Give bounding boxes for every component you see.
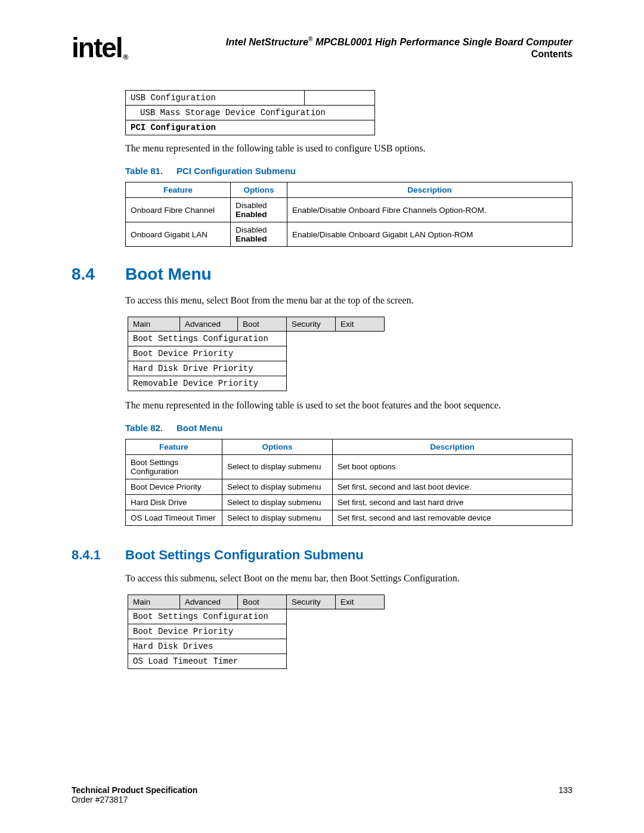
cell-options: Select to display submenu: [222, 454, 333, 479]
table82-caption: Table 82.Boot Menu: [125, 423, 572, 433]
table81: Feature Options Description Onboard Fibr…: [125, 182, 572, 247]
page-content: USB Configuration USB Mass Storage Devic…: [125, 90, 572, 668]
menu-tabs: Main Advanced Boot Security Exit: [128, 594, 385, 609]
tab-main: Main: [128, 594, 180, 609]
menu-item: Boot Device Priority: [128, 346, 287, 361]
menu-item: Hard Disk Drives: [128, 639, 287, 654]
table-row: Feature Options Description: [126, 439, 572, 454]
title-post: MPCBL0001 High Performance Single Board …: [312, 36, 572, 47]
cell-desc: Set first, second and last removable dev…: [333, 510, 572, 525]
opt-disabled: Disabled: [236, 225, 267, 234]
opt-enabled: Enabled: [236, 234, 267, 243]
table-row: OS Load Timeout Timer Select to display …: [126, 510, 572, 525]
cell-options: DisabledEnabled: [231, 222, 287, 247]
logo-registered: ®: [123, 53, 128, 61]
boot-table-paragraph: The menu represented in the following ta…: [125, 400, 572, 412]
table82: Feature Options Description Boot Setting…: [125, 439, 572, 526]
th-description: Description: [333, 439, 572, 454]
cell-desc: Set first, second and last hard drive: [333, 494, 572, 510]
menu-tabs: Main Advanced Boot Security Exit: [128, 317, 385, 331]
page-header: intel® Intel NetStructure® MPCBL0001 Hig…: [72, 36, 572, 60]
cell-options: Select to display submenu: [222, 510, 333, 525]
cell-options: DisabledEnabled: [231, 198, 287, 222]
tab-advanced: Advanced: [180, 594, 238, 609]
menu-item: Boot Settings Configuration: [128, 609, 287, 624]
intel-logo: intel®: [72, 36, 126, 60]
boot-access-paragraph: To access this menu, select Boot from th…: [125, 295, 572, 307]
menu-item: Boot Device Priority: [128, 624, 287, 639]
tab-boot: Boot: [238, 317, 287, 331]
menu-usb-mass-storage: USB Mass Storage Device Configuration: [126, 106, 375, 120]
tab-boot: Boot: [238, 594, 287, 609]
opt-disabled: Disabled: [236, 201, 267, 210]
page-footer: Technical Product Specification Order #2…: [72, 785, 572, 804]
boot-settings-paragraph: To access this submenu, select Boot on t…: [125, 572, 572, 585]
table81-label: Table 81.: [125, 166, 177, 176]
table-row: Onboard Gigabit LAN DisabledEnabled Enab…: [126, 222, 572, 247]
th-options: Options: [222, 439, 333, 454]
menu-item: Hard Disk Drive Priority: [128, 361, 287, 376]
cell-feature: Onboard Gigabit LAN: [126, 222, 231, 247]
tab-main: Main: [128, 317, 180, 331]
heading-8-4: 8.4Boot Menu: [72, 265, 572, 284]
header-text-block: Intel NetStructure® MPCBL0001 High Perfo…: [144, 36, 572, 60]
table-row: Hard Disk Drive Select to display submen…: [126, 494, 572, 510]
cell-feature: Boot Device Priority: [126, 479, 222, 494]
logo-text: intel: [72, 32, 122, 63]
heading-title: Boot Menu: [125, 265, 212, 283]
menu-usb-config: USB Configuration: [126, 91, 305, 106]
doc-title: Intel NetStructure® MPCBL0001 High Perfo…: [144, 36, 572, 48]
tab-advanced: Advanced: [180, 317, 238, 331]
table82-title: Boot Menu: [177, 423, 222, 433]
menu-item: Boot Settings Configuration: [128, 331, 287, 346]
cell-desc: Set first, second and last boot device.: [333, 479, 572, 494]
boot-menu-box-1: Main Advanced Boot Security Exit Boot Se…: [128, 317, 385, 391]
heading-title: Boot Settings Configuration Submenu: [125, 547, 364, 562]
cell-feature: Onboard Fibre Channel: [126, 198, 231, 222]
table-row: Onboard Fibre Channel DisabledEnabled En…: [126, 198, 572, 222]
table-row: Boot Settings Configuration Select to di…: [126, 454, 572, 479]
heading-8-4-1: 8.4.1Boot Settings Configuration Submenu: [72, 547, 572, 563]
footer-tps: Technical Product Specification: [72, 785, 197, 795]
heading-num: 8.4: [72, 265, 125, 284]
table81-title: PCI Configuration Submenu: [177, 166, 296, 176]
title-pre: Intel NetStructure: [226, 36, 308, 47]
cell-feature: Hard Disk Drive: [126, 494, 222, 510]
tab-exit: Exit: [336, 594, 385, 609]
th-feature: Feature: [126, 439, 222, 454]
tab-exit: Exit: [336, 317, 385, 331]
tab-security: Security: [287, 317, 336, 331]
page-number: 133: [559, 785, 572, 795]
cell-desc: Set boot options: [333, 454, 572, 479]
table-row: Boot Device Priority Select to display s…: [126, 479, 572, 494]
cell-feature: OS Load Timeout Timer: [126, 510, 222, 525]
footer-left: Technical Product Specification Order #2…: [72, 785, 559, 804]
tab-security: Security: [287, 594, 336, 609]
cell-desc: Enable/Disable Onboard Fibre Channels Op…: [287, 198, 572, 222]
cell-desc: Enable/Disable Onboard Gigabit LAN Optio…: [287, 222, 572, 247]
opt-enabled: Enabled: [236, 210, 267, 219]
usb-pci-menu-table: USB Configuration USB Mass Storage Devic…: [125, 90, 375, 135]
th-description: Description: [287, 182, 572, 198]
boot-menu-box-2: Main Advanced Boot Security Exit Boot Se…: [128, 594, 385, 669]
table81-caption: Table 81.PCI Configuration Submenu: [125, 166, 572, 176]
menu-item: Removable Device Priority: [128, 376, 287, 391]
th-feature: Feature: [126, 182, 231, 198]
cell-options: Select to display submenu: [222, 494, 333, 510]
heading-num: 8.4.1: [72, 547, 125, 563]
table82-label: Table 82.: [125, 423, 177, 433]
th-options: Options: [231, 182, 287, 198]
contents-label: Contents: [144, 49, 572, 60]
cell-options: Select to display submenu: [222, 479, 333, 494]
table-row: Feature Options Description: [126, 182, 572, 198]
menu-pci-config: PCI Configuration: [126, 120, 375, 135]
usb-paragraph: The menu represented in the following ta…: [125, 143, 572, 155]
cell-feature: Boot Settings Configuration: [126, 454, 222, 479]
footer-order: Order #273817: [72, 795, 128, 804]
menu-item: OS Load Timeout Timer: [128, 654, 287, 668]
